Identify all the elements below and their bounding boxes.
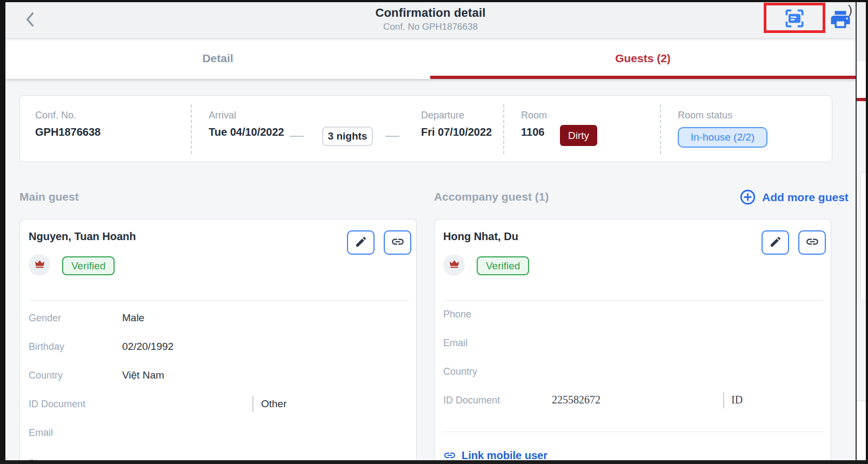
row-label: Email (443, 337, 468, 349)
verified-badge: Verified (62, 256, 115, 275)
connector-dash (290, 136, 304, 137)
accompany-guest-card: Hong Nhat, Du Verified Phon (434, 219, 831, 460)
link-guest-button[interactable] (384, 230, 411, 255)
header: Confirmation detail Conf. No GPH1876638 (5, 2, 856, 38)
scan-document-button[interactable] (783, 6, 806, 30)
row-value: Việt Nam (122, 369, 164, 381)
room-field: Room 1106 (521, 110, 547, 138)
row-label: Email (29, 427, 53, 439)
divider (191, 104, 192, 154)
row-value: Male (122, 312, 144, 324)
page-title: Confirmation detail (5, 6, 856, 20)
row-label: Phone (443, 309, 471, 320)
edit-guest-button[interactable] (762, 230, 789, 255)
link-mobile-user-label: Link mobile user (462, 449, 547, 461)
chain-icon (443, 449, 456, 460)
add-more-guest-label: Add more guest (762, 191, 849, 204)
edit-guest-button[interactable] (347, 230, 375, 255)
row-value: 02/20/1992 (122, 341, 173, 353)
row-value: 225582672 (552, 394, 600, 406)
plus-circle-icon (739, 189, 756, 206)
room-status-label: Room status (678, 110, 732, 121)
confirmation-detail-screen: Confirmation detail Conf. No GPH1876638 (5, 2, 856, 460)
add-more-guest-button[interactable]: Add more guest (739, 189, 849, 206)
crown-icon (448, 258, 460, 273)
divider (443, 432, 823, 432)
divider (252, 396, 253, 412)
frame-border (866, 0, 868, 464)
cropped-text-fragment: ) (848, 2, 852, 17)
tab-detail[interactable]: Detail (5, 38, 430, 79)
main-guest-card: Nguyen, Tuan Hoanh Verified (19, 219, 417, 460)
frame-border (0, 460, 868, 464)
verified-badge: Verified (477, 256, 529, 275)
doc-type-value: ID (731, 394, 743, 406)
tab-bar: Detail Guests (2) (5, 38, 856, 79)
room-state-badge: Dirty (560, 125, 597, 146)
row-label: Country (443, 366, 477, 377)
divider (660, 104, 661, 154)
header-titles: Confirmation detail Conf. No GPH1876638 (5, 2, 856, 32)
pencil-icon (355, 235, 368, 250)
frame-border (0, 0, 868, 2)
divider (443, 300, 823, 301)
arrival-label: Arrival (209, 110, 284, 121)
departure-field: Departure Fri 07/10/2022 (421, 110, 492, 138)
active-tab-underline (430, 76, 856, 79)
vip-badge (443, 254, 465, 276)
link-icon (805, 235, 819, 250)
crown-icon (34, 258, 46, 273)
row-label: Birthday (29, 341, 64, 353)
reservation-summary-card: Conf. No. GPH1876638 Arrival Tue 04/10/2… (19, 95, 832, 162)
page-subtitle: Conf. No GPH1876638 (5, 22, 856, 32)
arrival-field: Arrival Tue 04/10/2022 (209, 110, 284, 138)
room-status-pill: In-house (2/2) (678, 127, 767, 148)
guest-name: Hong Nhat, Du (443, 230, 518, 243)
row-label: Gender (29, 313, 61, 324)
link-guest-button[interactable] (798, 230, 826, 255)
scan-card-icon (783, 24, 806, 32)
page-edge-separator (856, 2, 857, 460)
link-icon (391, 235, 405, 250)
divider (723, 392, 724, 408)
divider (29, 300, 409, 301)
conf-no-field: Conf. No. GPH1876638 (35, 110, 101, 138)
printer-icon (829, 24, 852, 32)
link-mobile-user-button[interactable]: Link mobile user (443, 449, 547, 460)
guest-name: Nguyen, Tuan Hoanh (29, 230, 136, 243)
row-label: ID Document (29, 399, 85, 410)
nights-pill: 3 nights (322, 127, 373, 146)
row-label: ID Document (443, 395, 500, 406)
pencil-icon (769, 235, 782, 250)
connector-dash (385, 136, 399, 137)
conf-no-value: GPH1876638 (35, 126, 101, 138)
doc-type-value: Other (261, 398, 287, 410)
room-number: 1106 (521, 126, 547, 138)
departure-label: Departure (421, 110, 492, 121)
row-label: Country (29, 370, 63, 381)
main-guest-section-label: Main guest (19, 190, 79, 203)
divider (503, 104, 504, 154)
adjacent-page-sliver (857, 2, 866, 460)
conf-no-label: Conf. No. (35, 110, 101, 121)
room-label: Room (521, 110, 547, 121)
vip-badge (29, 254, 50, 276)
frame-border (0, 0, 5, 464)
accompany-guest-section-label: Accompany guest (1) (434, 190, 549, 203)
departure-value: Fri 07/10/2022 (421, 126, 492, 138)
room-status-field: Room status (678, 110, 732, 121)
tab-guests[interactable]: Guests (2) (430, 38, 856, 79)
arrival-value: Tue 04/10/2022 (209, 126, 284, 138)
